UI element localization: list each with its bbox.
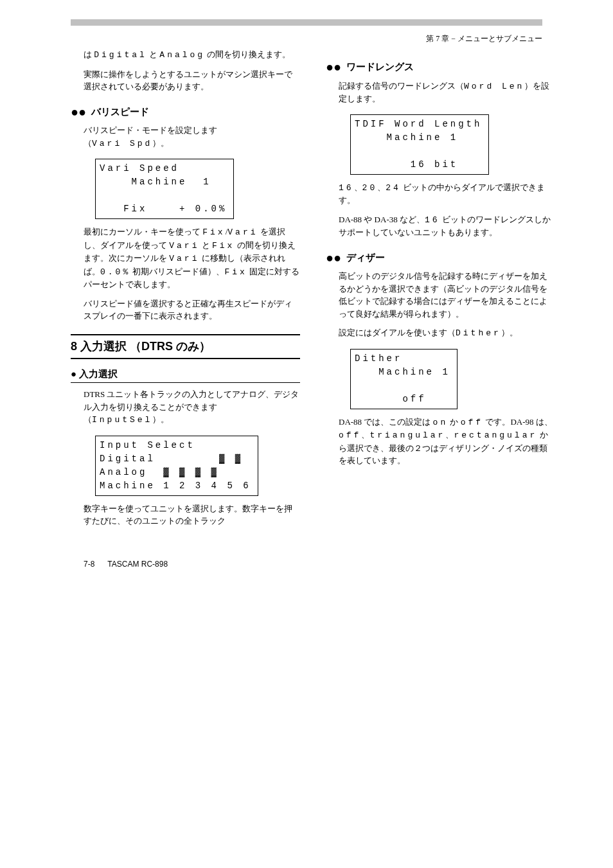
text: の間を切り換えます。 bbox=[205, 49, 290, 59]
text: です。DA-98 は、 bbox=[483, 417, 553, 427]
header-line: 第 7 章 − メニューとサブメニュー bbox=[71, 32, 542, 48]
text: ）。 bbox=[152, 138, 169, 148]
code-vari2: Vari bbox=[169, 241, 199, 251]
code-triangular: triangular bbox=[369, 430, 445, 440]
text: か bbox=[448, 417, 461, 427]
dither-para2: DA-88 では、この設定は on か off です。DA-98 は、off、t… bbox=[339, 416, 555, 467]
code-off: off bbox=[461, 418, 483, 427]
text: 設定にはダイアルを使います（ bbox=[339, 328, 456, 337]
text: 最初にカーソル・キーを使って bbox=[84, 227, 202, 236]
page-number: 7-8 bbox=[84, 560, 94, 569]
code-fix1: Fix bbox=[202, 227, 225, 237]
text: 、 bbox=[354, 182, 362, 192]
code-wordlen: Word Len bbox=[464, 82, 524, 91]
dither-para1b: 設定にはダイアルを使います（Dither）。 bbox=[339, 326, 555, 340]
note-para: 実際に操作をしようとするユニットがマシン選択キーで選択されている必要があります。 bbox=[84, 68, 300, 93]
code-20: 20 bbox=[362, 183, 378, 193]
subhead-dither: ●● ディザー bbox=[326, 251, 555, 265]
text: と bbox=[147, 49, 160, 59]
code-vari3: Vari bbox=[169, 254, 199, 263]
text: と bbox=[199, 240, 212, 250]
columns: は Digital と Analog の間を切り換えます。 実際に操作をしようと… bbox=[84, 48, 555, 534]
code-16b: 16 bbox=[425, 215, 440, 225]
vari-para3: バリスピード値を選択すると正確な再生スピードがディスプレイの一番下に表示されます… bbox=[84, 297, 300, 323]
lcd-varispeed: Vari Speed Machine 1 Fix + 0.0% bbox=[95, 159, 234, 219]
wordlen-para2: DA-88 や DA-38 など、16 ビットのワードレングスしかサポートしてい… bbox=[339, 213, 555, 239]
footer-title: TASCAM RC-898 bbox=[107, 560, 168, 569]
code-fix3: Fix bbox=[224, 267, 247, 277]
text: 、 bbox=[361, 430, 369, 439]
subsection-inputsel: ● 入力選択 bbox=[71, 367, 300, 384]
code-analog: Analog bbox=[159, 50, 205, 60]
text: 記録する信号のワードレングス（ bbox=[339, 81, 464, 91]
lcd-dither: Dither Machine 1 off bbox=[350, 349, 458, 409]
subhead-label: ディザー bbox=[346, 251, 385, 265]
header-right: 第 7 章 − メニューとサブメニュー bbox=[426, 33, 542, 44]
subhead-varispeed: ●● バリスピード bbox=[71, 105, 300, 120]
section-title-8: 8 入力選択 （DTRS のみ） bbox=[71, 334, 300, 359]
code-inputsel: InputSel bbox=[92, 415, 152, 425]
vari-para2: 最初にカーソル・キーを使って Fix/Vari を選択し、ダイアルを使って Va… bbox=[84, 226, 300, 291]
text: 、 bbox=[377, 182, 386, 192]
subhead-label: ワードレングス bbox=[346, 60, 414, 75]
header-bar bbox=[71, 19, 542, 26]
text: DA-88 や DA-38 など、 bbox=[339, 215, 425, 224]
vari-para1: バリスピード・モードを設定します（Vari Spd）。 bbox=[84, 124, 300, 150]
right-column: ●● ワードレングス 記録する信号のワードレングス（Word Len）を設定しま… bbox=[339, 48, 555, 534]
text: 、 bbox=[445, 430, 454, 439]
digital-analog-para: は Digital と Analog の間を切り換えます。 bbox=[84, 48, 300, 62]
subhead-label: バリスピード bbox=[91, 105, 149, 120]
text: 初期バリスピード値）、 bbox=[130, 267, 224, 276]
code-varispd: Vari Spd bbox=[92, 139, 152, 148]
code-on: on bbox=[433, 418, 449, 427]
code-16: 16 bbox=[339, 183, 354, 193]
page-root: 第 7 章 − メニューとサブメニュー は Digital と Analog の… bbox=[0, 19, 613, 569]
code-rectangular: rectangular bbox=[454, 430, 537, 440]
dither-para1: 高ビットのデジタル信号を記録する時にディザーを加えるかどうかを選択できます（高ビ… bbox=[339, 270, 555, 320]
code-fix2: Fix bbox=[212, 241, 235, 251]
left-column: は Digital と Analog の間を切り換えます。 実際に操作をしようと… bbox=[84, 48, 300, 534]
subhead-wordlen: ●● ワードレングス bbox=[326, 60, 555, 75]
wordlen-opts: 16、20、24 ビットの中からダイアルで選択できます。 bbox=[339, 181, 555, 207]
inputsel-para1: DTRS ユニット各トラックの入力としてアナログ、デジタル入力を切り換えることが… bbox=[84, 388, 300, 427]
lcd-inputselect: Input Select Digital ▓ ▓ Analog ▓ ▓ ▓ ▓ … bbox=[95, 436, 258, 496]
code-vari1: Vari bbox=[227, 227, 258, 237]
lcd-wordlength: TDIF Word Length Machine 1 16 bit bbox=[350, 114, 489, 175]
wordlen-para1: 記録する信号のワードレングス（Word Len）を設定します。 bbox=[339, 80, 555, 105]
code-off2: off bbox=[339, 430, 361, 440]
inputsel-para2: 数字キーを使ってユニットを選択します。数字キーを押すたびに、そのユニットの全トラ… bbox=[84, 502, 300, 527]
page-footer: 7-8 TASCAM RC-898 bbox=[84, 560, 542, 569]
text: DA-88 では、この設定は bbox=[339, 417, 433, 427]
code-dither: Dither bbox=[456, 328, 501, 338]
code-digital: Digital bbox=[94, 50, 147, 60]
text: ）。 bbox=[501, 328, 518, 337]
text: ）。 bbox=[152, 414, 169, 424]
code-24: 24 bbox=[386, 183, 401, 193]
text: は bbox=[84, 49, 94, 59]
code-zero: 0.0% bbox=[100, 267, 130, 277]
